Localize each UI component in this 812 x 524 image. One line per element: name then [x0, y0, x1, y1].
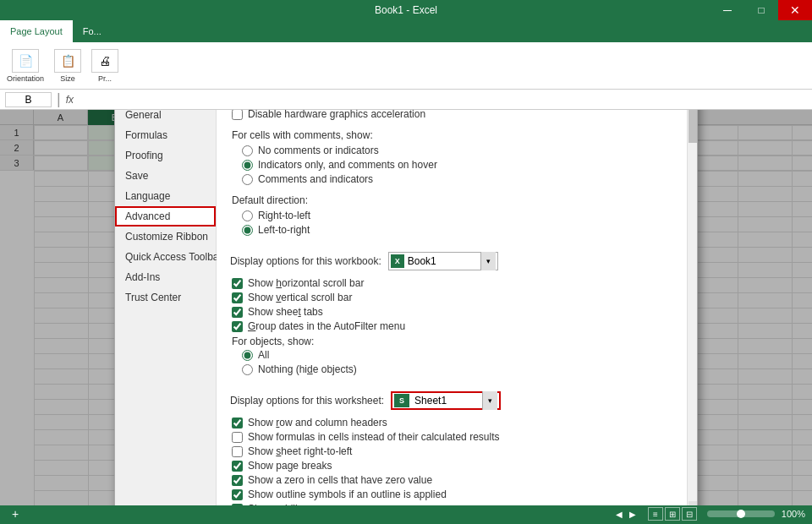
show-row-col-checkbox[interactable]: [232, 418, 243, 428]
maximize-btn[interactable]: □: [744, 0, 778, 20]
ribbon-group-print: 🖨 Pr...: [91, 49, 118, 83]
sidebar-item-advanced[interactable]: Advanced: [115, 206, 216, 227]
show-h-scroll-row: Show horizontal scroll bar: [230, 277, 683, 289]
objects-all-radio[interactable]: [242, 350, 253, 361]
show-page-breaks-label: Show page breaks: [248, 460, 332, 472]
comments-indicators-row: Comments and indicators: [230, 173, 683, 185]
print-btn[interactable]: 🖨: [91, 49, 118, 73]
formula-separator: |: [57, 90, 61, 108]
show-outline-checkbox[interactable]: [232, 489, 243, 500]
default-direction-header: Default direction:: [230, 194, 683, 206]
sidebar-item-customize-ribbon[interactable]: Customize Ribbon: [115, 227, 216, 247]
close-btn[interactable]: ✕: [778, 0, 812, 20]
fx-icon: fx: [66, 94, 74, 106]
indicators-only-row: Indicators only, and comments on hover: [230, 159, 683, 171]
view-break-btn[interactable]: ⊟: [682, 507, 697, 521]
sidebar-item-quick-access[interactable]: Quick Access Toolbar: [115, 247, 216, 267]
comments-indicators-radio[interactable]: [242, 174, 253, 185]
dialog-main-content: Disable hardware graphics acceleration F…: [217, 110, 697, 505]
show-row-col-row: Show row and column headers: [230, 417, 683, 428]
group-dates-row: Group dates in the AutoFilter menu: [230, 320, 683, 332]
view-layout-btn[interactable]: ⊞: [665, 507, 680, 521]
show-formulas-checkbox[interactable]: [232, 432, 243, 443]
right-to-left-row: Right-to-left: [230, 210, 683, 221]
modal-overlay: Excel Options ? ✕ General: [0, 110, 812, 505]
indicators-only-label: Indicators only, and comments on hover: [258, 159, 437, 171]
group-dates-checkbox[interactable]: [232, 321, 243, 332]
group-dates-label: Group dates in the AutoFilter menu: [248, 320, 405, 332]
show-row-col-label: Show row and column headers: [248, 417, 387, 428]
show-right-left-label: Show sheet right-to-left: [248, 445, 352, 457]
show-gridlines-row: Show gridlines: [230, 503, 683, 505]
show-right-left-checkbox[interactable]: [232, 446, 243, 457]
left-to-right-row: Left-to-right: [230, 224, 683, 236]
right-to-left-label: Right-to-left: [258, 210, 310, 221]
orientation-btn[interactable]: 📄: [12, 49, 39, 73]
worksheet-dropdown-value: Sheet1: [414, 395, 479, 407]
show-h-scroll-label: Show horizontal scroll bar: [248, 277, 364, 289]
hardware-accel-label: Disable hardware graphics acceleration: [248, 110, 425, 120]
show-sheet-tabs-label: Show sheet tabs: [248, 306, 323, 318]
show-formulas-label: Show formulas in cells instead of their …: [248, 431, 499, 443]
show-v-scroll-row: Show vertical scroll bar: [230, 292, 683, 303]
add-sheet-btn[interactable]: +: [7, 507, 24, 521]
app-title: Book1 - Excel: [375, 4, 437, 16]
worksheet-icon: S: [394, 394, 409, 407]
hardware-accel-checkbox[interactable]: [232, 110, 243, 120]
view-scroll-left[interactable]: ◀: [614, 509, 624, 519]
indicators-only-radio[interactable]: [242, 160, 253, 171]
show-h-scroll-checkbox[interactable]: [232, 278, 243, 289]
tab-formula[interactable]: Fo...: [73, 20, 112, 42]
objects-show-header: For objects, show:: [230, 336, 683, 347]
size-btn[interactable]: 📋: [54, 49, 81, 73]
workbook-excel-icon: X: [391, 254, 404, 268]
objects-nothing-row: Nothing (hide objects): [230, 363, 683, 375]
sidebar-item-add-ins[interactable]: Add-Ins: [115, 267, 216, 287]
name-box[interactable]: B: [5, 92, 52, 107]
worksheet-dropdown-arrow[interactable]: ▾: [482, 391, 497, 410]
show-zero-checkbox[interactable]: [232, 475, 243, 486]
show-v-scroll-checkbox[interactable]: [232, 292, 243, 303]
display-workbook-header: Display options for this workbook: X Boo…: [230, 252, 683, 270]
view-normal-btn[interactable]: ≡: [648, 507, 663, 521]
display-worksheet-header: Display options for this worksheet: S Sh…: [230, 391, 683, 410]
workbook-dropdown[interactable]: X Book1 ▾: [388, 252, 498, 270]
left-to-right-radio[interactable]: [242, 225, 253, 236]
ribbon-group-size: 📋 Size: [54, 49, 81, 83]
show-gridlines-checkbox[interactable]: [232, 504, 243, 506]
show-gridlines-label: Show gridlines: [248, 503, 314, 505]
right-to-left-radio[interactable]: [242, 210, 253, 221]
objects-all-row: All: [230, 349, 683, 361]
sidebar-item-save[interactable]: Save: [115, 166, 216, 186]
sidebar-item-formulas[interactable]: Formulas: [115, 125, 216, 145]
sidebar-item-trust-center[interactable]: Trust Center: [115, 287, 216, 308]
show-v-scroll-label: Show vertical scroll bar: [248, 292, 352, 303]
worksheet-dropdown[interactable]: S Sheet1 ▾: [391, 391, 501, 410]
no-comments-radio[interactable]: [242, 145, 253, 156]
zoom-slider[interactable]: [707, 510, 775, 517]
workbook-dropdown-arrow[interactable]: ▾: [480, 252, 496, 270]
show-formulas-row: Show formulas in cells instead of their …: [230, 431, 683, 443]
objects-nothing-radio[interactable]: [242, 364, 253, 375]
left-to-right-label: Left-to-right: [258, 224, 310, 236]
no-comments-label: No comments or indicators: [258, 145, 379, 156]
objects-all-label: All: [258, 349, 269, 361]
show-outline-label: Show outline symbols if an outline is ap…: [248, 489, 447, 500]
show-page-breaks-checkbox[interactable]: [232, 461, 243, 472]
show-page-breaks-row: Show page breaks: [230, 460, 683, 472]
zoom-level: 100%: [782, 509, 805, 519]
workbook-dropdown-value: Book1: [408, 255, 477, 267]
show-sheet-tabs-checkbox[interactable]: [232, 307, 243, 318]
excel-options-dialog: Excel Options ? ✕ General: [114, 110, 698, 505]
objects-nothing-label: Nothing (hide objects): [258, 363, 357, 375]
sidebar-item-language[interactable]: Language: [115, 186, 216, 206]
tab-page-layout[interactable]: Page Layout: [0, 20, 73, 42]
ribbon-group-orientation: 📄 Orientation: [7, 49, 44, 83]
view-scroll-right[interactable]: ▶: [628, 509, 638, 519]
no-comments-row: No comments or indicators: [230, 145, 683, 156]
minimize-btn[interactable]: ─: [710, 0, 744, 20]
show-right-left-row: Show sheet right-to-left: [230, 445, 683, 457]
sidebar-item-proofing[interactable]: Proofing: [115, 145, 216, 166]
show-sheet-tabs-row: Show sheet tabs: [230, 306, 683, 318]
sidebar-item-general[interactable]: General: [115, 110, 216, 125]
